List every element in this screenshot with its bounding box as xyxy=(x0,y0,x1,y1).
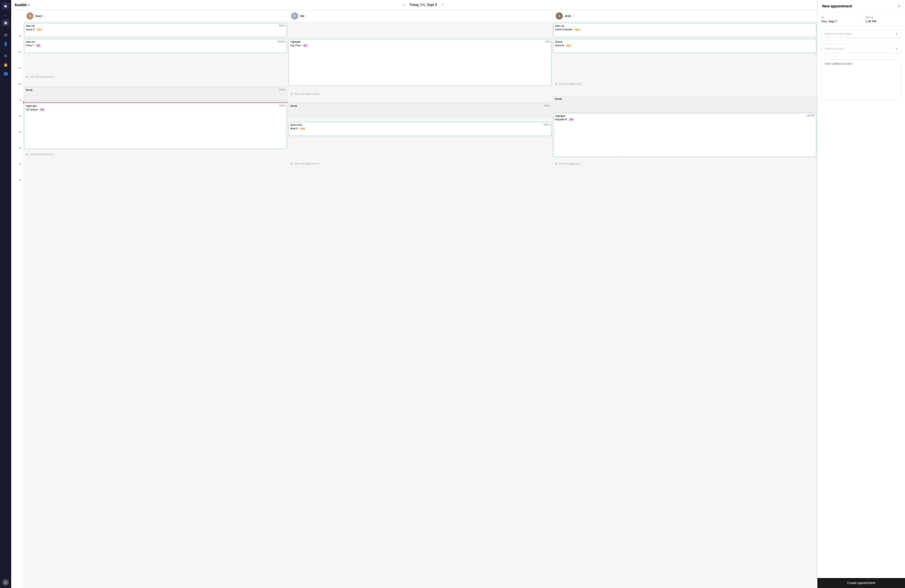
appointment-jevin-shave-steve[interactable]: Shave Steve M New xyxy=(553,39,816,53)
notes-textarea[interactable] xyxy=(821,59,901,99)
jevin-chevron-icon: ∨ xyxy=(573,14,575,17)
appointment-client: Steve M New xyxy=(555,44,814,47)
user-avatar[interactable]: A xyxy=(2,579,9,586)
appointment-service: Break xyxy=(26,88,285,91)
appointment-time: 9:00 a xyxy=(279,24,285,27)
appointment-dej-quicktrim-brad[interactable]: 9:00 a Quick trim Brad S New xyxy=(289,122,552,136)
time-slot-3p: 3p xyxy=(11,130,23,146)
panel-start-cell[interactable]: Start at 1:45 PM xyxy=(861,13,905,26)
time-slot-10a: 10a xyxy=(11,50,23,66)
panel-date-cell[interactable]: On Sun, Sept 7 xyxy=(818,13,861,26)
appointment-service: Break xyxy=(291,104,550,107)
appointment-jevin-break[interactable]: Break xyxy=(553,96,816,112)
time-slot-11a: 11a xyxy=(11,66,23,82)
add-appointment-stacy-bottom[interactable]: ⊕ Add new appointment xyxy=(24,151,56,157)
appointment-time: 1:00 PM xyxy=(806,114,814,117)
appointment-service: Quick trim xyxy=(291,123,550,126)
appointment-time: 2:00 p xyxy=(279,104,285,107)
vip-badge: VIP xyxy=(302,44,308,47)
sidebar-logo: ◉ xyxy=(2,2,9,10)
add-icon: ⊕ xyxy=(25,75,28,79)
add-appointment-dej-bottom[interactable]: ⊕ Add new appointment xyxy=(289,161,321,166)
appointment-time: 9:00 a xyxy=(544,123,550,126)
location-name: Austin xyxy=(14,3,27,7)
appointment-jevin-highlight-rachelle[interactable]: 1:00 PM Highlight Rachelle R VIP xyxy=(553,113,816,157)
sidebar-item-person[interactable]: 🧑 xyxy=(2,61,9,68)
dej-column: 10 a Highlight Fey Chen VIP ⊕ Add new ap… xyxy=(288,22,553,588)
add-icon: ⊕ xyxy=(555,162,557,165)
date-navigation: ‹ Today, Fri, Sept 6 › xyxy=(32,2,814,8)
stacy-name: Stacy xyxy=(35,14,42,17)
add-icon: ⊕ xyxy=(25,152,28,156)
sidebar-item-clients[interactable]: 👤 xyxy=(2,40,9,47)
appointment-service: Highlight xyxy=(291,40,550,43)
appointment-service: Highlight xyxy=(555,114,814,118)
appointment-stacy-haircut-jenna[interactable]: 9:00 a Hair cut Jenna S New xyxy=(24,23,287,37)
add-icon: ⊕ xyxy=(555,82,557,86)
time-column: 9a 10a 11a 12p 1p 2p 3p 4p 5p 6p xyxy=(11,10,23,588)
dej-chevron-icon: ∨ xyxy=(306,14,308,17)
main-content: Austin ∨ ‹ Today, Fri, Sept 6 › 9a 10a 1… xyxy=(11,0,817,588)
appointment-service: Hair cut xyxy=(555,24,814,27)
location-chevron-icon: ∨ xyxy=(28,3,30,6)
appointment-client: Jenna S New xyxy=(26,28,285,31)
appointment-stacy-haircut-fiona[interactable]: 10:00 a Hair cut Fiona T VIP xyxy=(24,39,287,53)
time-slot-12p: 12p xyxy=(11,82,23,98)
service-select[interactable]: Select a service xyxy=(821,44,901,53)
stacy-column: 9:00 a Hair cut Jenna S New 10:00 a Hair… xyxy=(23,22,288,588)
staff-headers: S Stacy ∨ D Dej ∨ J Jevin ∨ xyxy=(23,10,817,22)
add-appointment-jevin-top[interactable]: ⊕ Add new appointme xyxy=(553,81,583,86)
vip-badge: VIP xyxy=(35,44,41,47)
sidebar: ◉ » ▦ ⊞ 👤 ⚙ 🧑 👥 A xyxy=(0,0,11,588)
appointment-stacy-highlight-tia[interactable]: 2:00 p HighLight Tia Tamara VIP xyxy=(24,103,287,149)
new-badge: New xyxy=(565,44,572,47)
dej-avatar: D xyxy=(291,13,298,19)
location-selector[interactable]: Austin ∨ xyxy=(14,3,30,7)
stacy-chevron-icon: ∨ xyxy=(44,14,46,17)
panel-date-row: On Sun, Sept 7 Start at 1:45 PM xyxy=(818,13,905,26)
time-slot-5p: 5p xyxy=(11,162,23,178)
staff-header-stacy[interactable]: S Stacy ∨ xyxy=(23,10,288,22)
appointment-time: 2:15 a xyxy=(544,104,550,107)
appointment-stacy-break[interactable]: 1:00 p Break xyxy=(24,87,287,101)
add-appointment-jevin-bottom[interactable]: ⊕ Add new appointm xyxy=(553,161,582,166)
appointment-client: Tia Tamara VIP xyxy=(26,108,285,111)
time-slot-6p: 6p xyxy=(11,178,23,194)
add-appointment-stacy[interactable]: ⊕ Add new appointment xyxy=(24,74,56,79)
current-time-indicator xyxy=(23,102,288,103)
appointment-client: Carrie O'donelle New xyxy=(555,28,814,31)
add-label: Add new appointm xyxy=(559,162,580,165)
appointment-jevin-haircut-carrie[interactable]: Hair cut Carrie O'donelle New xyxy=(553,23,816,37)
new-badge: New xyxy=(574,28,581,31)
schedule-grid: 9:00 a Hair cut Jenna S New 10:00 a Hair… xyxy=(23,22,817,588)
prev-date-button[interactable]: ‹ xyxy=(402,2,406,8)
appointment-service: Shave xyxy=(555,40,814,43)
staff-header-jevin[interactable]: J Jevin ∨ xyxy=(553,10,817,22)
panel-header: New appointment × xyxy=(818,0,905,13)
client-select[interactable]: Search or select client xyxy=(821,30,901,38)
sidebar-item-calendar[interactable]: ▦ xyxy=(2,19,9,26)
panel-notes-field xyxy=(821,56,901,578)
add-label: Add new appointment xyxy=(29,153,54,156)
appointment-dej-break[interactable]: 2:15 a Break xyxy=(289,103,552,117)
sidebar-item-tags[interactable]: ⊞ xyxy=(2,31,9,38)
sidebar-expand-button[interactable]: » xyxy=(4,13,7,17)
sidebar-item-settings[interactable]: ⚙ xyxy=(2,52,9,59)
appointment-client: Fey Chen VIP xyxy=(291,44,550,47)
appointment-dej-highlight-fey[interactable]: 10 a Highlight Fey Chen VIP xyxy=(289,39,552,86)
panel-start-value: 1:45 PM xyxy=(865,19,901,23)
client-dropdown-arrow-icon: ∨ xyxy=(895,32,898,36)
vip-badge: VIP xyxy=(568,118,574,121)
panel-close-button[interactable]: × xyxy=(898,4,900,9)
appointment-client: Rachelle R VIP xyxy=(555,118,814,121)
staff-header-dej[interactable]: D Dej ∨ xyxy=(288,10,553,22)
panel-footer[interactable]: Create appointment xyxy=(818,578,905,588)
panel-date-label: On xyxy=(821,16,857,19)
jevin-avatar: J xyxy=(556,13,563,19)
add-appointment-dej-mid[interactable]: ⊕ Add new appointment xyxy=(289,91,321,96)
current-date-label: Today, Fri, Sept 6 xyxy=(409,3,437,7)
next-date-button[interactable]: › xyxy=(440,2,445,8)
create-appointment-button[interactable]: Create appointment xyxy=(847,581,875,585)
appointment-time: 1:00 p xyxy=(279,88,285,91)
sidebar-item-group[interactable]: 👥 xyxy=(2,70,9,77)
